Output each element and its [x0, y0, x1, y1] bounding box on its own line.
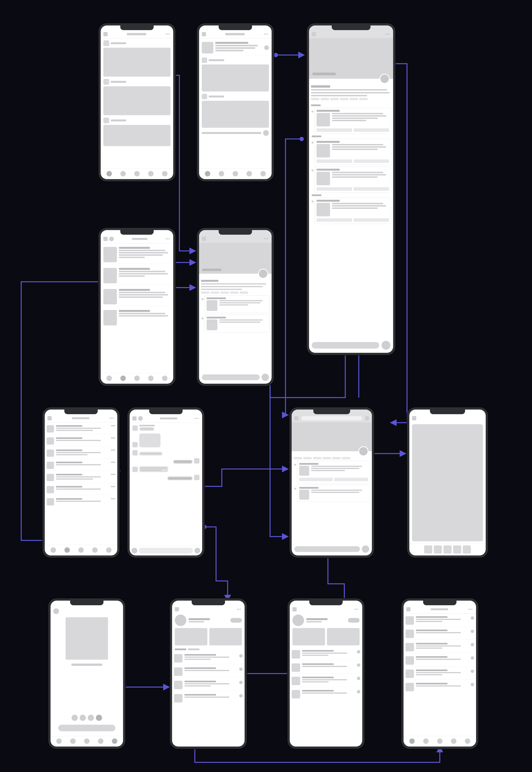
- back-icon[interactable]: [294, 416, 299, 421]
- tag[interactable]: [321, 98, 329, 100]
- more-icon[interactable]: [110, 418, 115, 419]
- screen-user-profile-a[interactable]: [170, 598, 247, 749]
- page-dot-active[interactable]: [96, 715, 102, 721]
- row-action-icon[interactable]: [471, 630, 474, 633]
- tab-3[interactable]: [134, 375, 140, 381]
- tab-4[interactable]: [98, 738, 103, 744]
- tag[interactable]: [303, 457, 312, 459]
- tag[interactable]: [359, 98, 368, 100]
- follow-button[interactable]: [348, 618, 360, 623]
- timeline-card[interactable]: [314, 139, 391, 165]
- stat-card[interactable]: [175, 628, 207, 645]
- menu-icon[interactable]: [202, 32, 206, 36]
- screen-profile-timeline-long[interactable]: [307, 23, 395, 355]
- item-row[interactable]: [292, 688, 360, 700]
- stat-card[interactable]: [209, 628, 242, 645]
- back-icon[interactable]: [132, 416, 137, 421]
- row-action-icon[interactable]: [357, 650, 360, 654]
- back-icon[interactable]: [312, 32, 316, 36]
- primary-pill-button[interactable]: [312, 342, 379, 348]
- action-icon[interactable]: [264, 45, 269, 50]
- item-row[interactable]: [174, 653, 243, 664]
- tab-4[interactable]: [148, 171, 154, 176]
- tag[interactable]: [294, 457, 302, 459]
- screen-home-feed[interactable]: [98, 23, 176, 181]
- tag[interactable]: [330, 98, 339, 100]
- page-dot[interactable]: [80, 715, 86, 721]
- more-icon[interactable]: [237, 609, 242, 610]
- item-row[interactable]: [292, 675, 360, 687]
- post-row[interactable]: [103, 287, 171, 306]
- page-dot[interactable]: [88, 715, 94, 721]
- tab-1[interactable]: [106, 375, 112, 381]
- post-row[interactable]: [103, 245, 171, 264]
- tag[interactable]: [313, 457, 321, 459]
- tab-3[interactable]: [84, 738, 90, 744]
- conversation-row[interactable]: [47, 436, 115, 447]
- feed-card[interactable]: [103, 40, 171, 77]
- timeline-card[interactable]: [297, 485, 370, 502]
- conversation-row[interactable]: [47, 485, 115, 495]
- back-icon[interactable]: [292, 607, 297, 611]
- tab-3[interactable]: [78, 547, 84, 553]
- page-dot[interactable]: [72, 715, 78, 721]
- timeline-card[interactable]: [204, 314, 270, 332]
- message-input[interactable]: [139, 548, 193, 554]
- item-row[interactable]: [405, 668, 474, 680]
- row-action-icon[interactable]: [239, 694, 243, 698]
- follow-button[interactable]: [230, 618, 242, 623]
- timeline-card[interactable]: [314, 108, 391, 134]
- more-icon[interactable]: [264, 34, 269, 35]
- tag[interactable]: [220, 291, 229, 294]
- item-row[interactable]: [174, 666, 243, 678]
- tab-4[interactable]: [148, 375, 154, 381]
- tab-2[interactable]: [120, 375, 126, 381]
- conversation-row[interactable]: [47, 460, 115, 471]
- row-action-icon[interactable]: [357, 677, 360, 680]
- conversation-row[interactable]: [47, 497, 115, 507]
- tab-4[interactable]: [247, 171, 252, 176]
- timeline-card[interactable]: [314, 166, 391, 193]
- tag[interactable]: [211, 291, 219, 294]
- tag[interactable]: [323, 457, 331, 459]
- screen-chat[interactable]: [127, 407, 204, 558]
- profile-avatar[interactable]: [380, 74, 390, 84]
- tab-1[interactable]: [56, 738, 62, 744]
- screen-media-picker[interactable]: [407, 407, 488, 558]
- screen-onboarding[interactable]: [48, 598, 125, 749]
- screen-profile-compact[interactable]: [289, 407, 374, 558]
- card-button[interactable]: [354, 128, 389, 132]
- tab[interactable]: [188, 649, 199, 650]
- tag[interactable]: [230, 291, 238, 294]
- card-button[interactable]: [299, 478, 333, 481]
- item-row[interactable]: [292, 649, 360, 660]
- tab-2[interactable]: [423, 738, 429, 744]
- primary-pill-button[interactable]: [294, 546, 360, 552]
- menu-icon[interactable]: [103, 32, 108, 36]
- more-icon[interactable]: [166, 238, 171, 239]
- tab-5[interactable]: [260, 171, 266, 176]
- item-row[interactable]: [174, 693, 243, 704]
- menu-icon[interactable]: [103, 237, 108, 241]
- tag[interactable]: [240, 291, 248, 294]
- row-action-icon[interactable]: [357, 663, 360, 667]
- tag[interactable]: [342, 457, 350, 459]
- screen-inbox[interactable]: [42, 407, 120, 558]
- item-row[interactable]: [405, 655, 474, 666]
- tab-4[interactable]: [451, 738, 456, 744]
- preview-area[interactable]: [412, 424, 483, 541]
- post-row[interactable]: [103, 308, 171, 327]
- timeline-card[interactable]: [204, 295, 270, 313]
- more-icon[interactable]: [166, 34, 171, 35]
- tag[interactable]: [311, 98, 319, 100]
- image-message[interactable]: [139, 434, 160, 448]
- card-button[interactable]: [317, 187, 352, 191]
- tab-1[interactable]: [51, 547, 56, 553]
- thumbnail[interactable]: [463, 546, 471, 554]
- fab-icon[interactable]: [382, 341, 390, 350]
- conversation-row[interactable]: [47, 424, 115, 434]
- profile-avatar[interactable]: [175, 615, 186, 626]
- tab-5[interactable]: [162, 171, 167, 176]
- row-action-icon[interactable]: [239, 654, 243, 658]
- feed-card[interactable]: [103, 117, 171, 146]
